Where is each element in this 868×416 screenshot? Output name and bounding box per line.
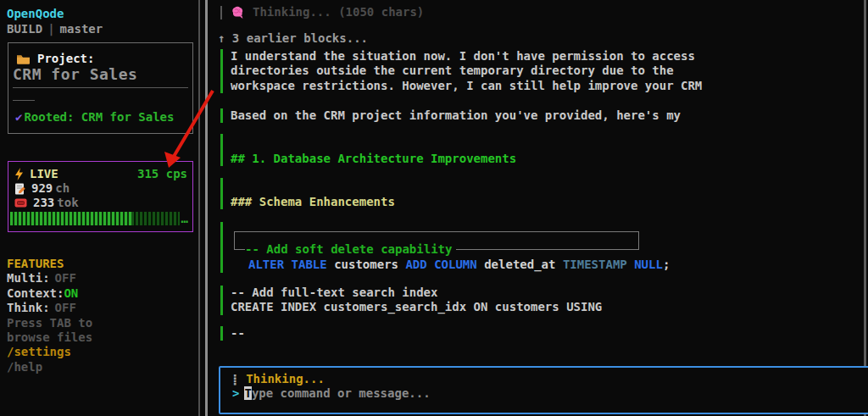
heading-text: ### Schema Enhancements: [231, 195, 395, 209]
feature-think: Think:OFF: [7, 301, 92, 315]
heading-text: ## 1. Database Architecture Improvements: [231, 152, 516, 166]
markdown-heading2: ### Schema Enhancements: [220, 178, 395, 209]
dash-line: --: [231, 326, 245, 341]
tokens-unit: tok: [57, 196, 78, 209]
build-label: BUILD: [7, 22, 42, 36]
spinner-icon: ⡇: [232, 373, 241, 385]
sidebar-divider-outer: [205, 0, 208, 416]
project-header: Project:: [16, 52, 94, 66]
sql-comment-box: -- Add soft delete capability: [234, 231, 639, 250]
command-input-box[interactable]: ⡇Thinking... >Type command or message...: [219, 366, 868, 414]
project-panel: Project: CRM for Sales ✔Rooted: CRM for …: [8, 42, 193, 134]
build-branch: BUILD|master: [7, 22, 103, 36]
paragraph-line: I understand the situation now. I don't …: [231, 49, 702, 64]
sql-plain-block: -- Add full-text search index CREATE IND…: [220, 286, 602, 315]
text-cursor[interactable]: T: [244, 386, 251, 400]
feature-context: Context:ON: [7, 286, 92, 301]
tokens-value: 233: [33, 196, 54, 209]
memo-icon: [14, 183, 25, 195]
project-label: Project:: [37, 52, 94, 66]
think-value: OFF: [55, 301, 76, 314]
cursor-tick: [220, 6, 222, 19]
earlier-blocks-indicator[interactable]: ↑ 3 earlier blocks...: [218, 31, 368, 46]
panel-divider: [13, 87, 188, 88]
ticket-icon: [14, 198, 27, 208]
lightning-icon: [14, 168, 24, 180]
input-prompt-row[interactable]: >Type command or message...: [232, 386, 868, 401]
thinking-status: Thinking...: [246, 372, 325, 385]
context-value: ON: [64, 286, 78, 300]
check-icon: ✔: [15, 110, 22, 124]
sql-comment-line: -- Add full-text search index: [231, 286, 602, 300]
chars-row: 929ch: [14, 181, 187, 196]
paragraph-line: workspace restrictions. However, I can s…: [231, 79, 702, 93]
folder-icon: [16, 53, 31, 64]
rooted-label: Rooted: CRM for Sales: [24, 110, 174, 124]
chars-unit: ch: [55, 181, 70, 195]
sql-create-line: CREATE INDEX customers_search_idx ON cus…: [231, 300, 602, 314]
chars-value: 929: [31, 181, 53, 195]
right-edge-scrollbar[interactable]: [864, 0, 866, 416]
live-label: LIVE: [30, 167, 58, 181]
rooted-status: ✔Rooted: CRM for Sales: [15, 110, 174, 125]
settings-command[interactable]: /settings: [7, 345, 92, 359]
help-command[interactable]: /help: [7, 360, 92, 374]
branch-name: master: [60, 22, 103, 36]
dash-block: --: [220, 326, 245, 341]
sql-statement: ALTER TABLE customers ADD COLUMN deleted…: [248, 258, 670, 272]
thinking-status-text: Thinking... (1050 chars): [253, 5, 424, 19]
sidebar-divider-inner: [198, 0, 200, 416]
paragraph-line: Based on the CRM project information you…: [231, 108, 681, 123]
tab-hint-line1: Press TAB to: [7, 316, 92, 330]
brain-icon: [229, 5, 246, 19]
markdown-heading1: ## 1. Database Architecture Improvements: [220, 134, 516, 166]
tokens-row: 233tok: [14, 196, 187, 210]
paragraph-line: directories outside the current temporar…: [231, 64, 702, 78]
thinking-header: Thinking... (1050 chars): [220, 5, 424, 19]
progress-bar-dim: [131, 212, 180, 225]
message-paragraph: I understand the situation now. I don't …: [220, 49, 702, 93]
tab-hint-line2: browse files: [7, 330, 92, 345]
progress-bar-bright: [10, 212, 131, 225]
project-name: CRM for Sales: [13, 67, 137, 81]
message-paragraph: Based on the CRM project information you…: [220, 108, 681, 123]
input-placeholder: ype command or message...: [252, 386, 431, 400]
pipe-divider: |: [42, 22, 59, 36]
multi-value: OFF: [55, 271, 76, 285]
app-title: OpenQode: [7, 7, 64, 21]
sql-code-block: -- Add soft delete capability ALTER TABL…: [220, 222, 647, 273]
cps-value: 315 cps: [137, 167, 187, 181]
progress-ellipsis: …: [180, 212, 188, 225]
live-row: LIVE 315 cps: [14, 167, 187, 181]
prompt-symbol: >: [232, 386, 239, 400]
features-section: FEATURES Multi:OFF Context:ON Think:OFF …: [7, 257, 92, 374]
sql-comment-title: -- Add soft delete capability: [245, 242, 456, 257]
panel-divider-short: [13, 100, 35, 101]
terminal-app: OpenQode BUILD|master Project: CRM for S…: [0, 0, 868, 416]
live-stats-panel: LIVE 315 cps 929ch 233tok …: [8, 161, 193, 232]
feature-multi: Multi:OFF: [7, 271, 92, 286]
progress-bar: …: [10, 212, 188, 225]
features-title: FEATURES: [7, 257, 92, 271]
input-status-row: ⡇Thinking...: [232, 372, 868, 386]
